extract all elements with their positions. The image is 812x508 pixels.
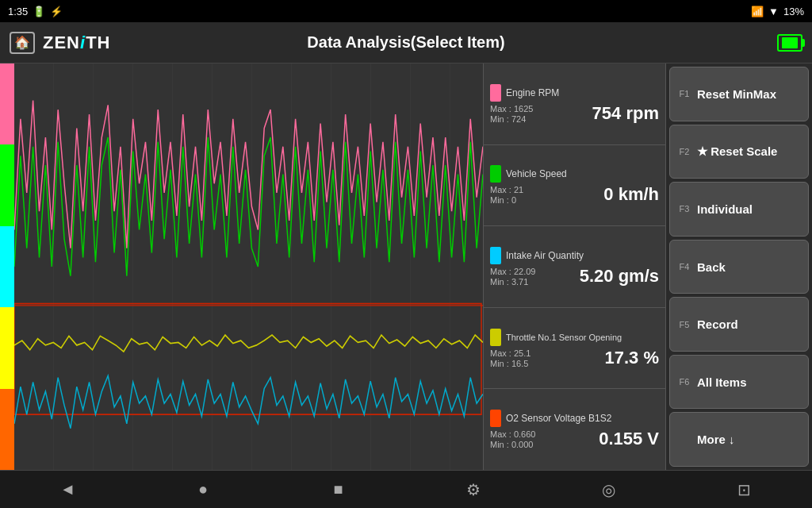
data-item-vehicle-speed: Vehicle Speed Max : 21 Min : 0 0 km/h xyxy=(484,145,665,227)
home-button[interactable]: 🏠 xyxy=(10,32,35,54)
fn-label-f3: F3 xyxy=(676,204,692,214)
data-value-throttle: 17.3 % xyxy=(605,348,660,368)
data-value-speed: 0 km/h xyxy=(603,184,659,205)
fn-text-reset-minmax: Reset MinMax xyxy=(697,87,776,101)
nav-chrome-button[interactable]: ◎ xyxy=(593,474,625,506)
color-dot-rpm xyxy=(490,84,501,102)
nav-camera-button[interactable]: ⊡ xyxy=(729,474,760,506)
usb-icon: ⚡ xyxy=(50,6,63,17)
data-label-intake: Intake Air Quantity xyxy=(506,250,584,261)
data-row-intake: Max : 22.09 Min : 3.71 5.20 gm/s xyxy=(490,266,659,287)
nav-settings-button[interactable]: ⚙ xyxy=(458,474,489,506)
time-display: 1:35 xyxy=(8,6,28,17)
side-bar-orange xyxy=(0,389,14,470)
data-panel: Engine RPM Max : 1625 Min : 724 754 rpm … xyxy=(483,64,665,470)
data-label-rpm: Engine RPM xyxy=(506,87,559,98)
fn-text-reset-scale: Reset Scale xyxy=(697,144,777,159)
data-value-rpm: 754 rpm xyxy=(592,103,659,124)
data-minmax-throttle: Max : 25.1 Min : 16.5 xyxy=(490,348,530,368)
right-panel: F1 Reset MinMax F2 Reset Scale F3 Indivi… xyxy=(665,64,812,470)
nav-square-button[interactable]: ■ xyxy=(323,474,354,506)
fn-text-record: Record xyxy=(697,318,738,331)
fn-text-all-items: All Items xyxy=(697,375,747,389)
color-dot-intake xyxy=(490,247,501,264)
data-label-o2: O2 Sensor Voltage B1S2 xyxy=(506,413,611,424)
data-label-speed: Vehicle Speed xyxy=(506,168,567,179)
color-dot-speed xyxy=(490,165,501,183)
fn-label-f2: F2 xyxy=(676,147,692,156)
side-bar-cyan xyxy=(0,226,14,307)
data-value-intake: 5.20 gm/s xyxy=(580,266,659,287)
chart-area xyxy=(0,64,483,470)
data-minmax-rpm: Max : 1625 Min : 724 xyxy=(490,104,533,124)
data-value-o2: 0.155 V xyxy=(599,429,659,449)
data-label-throttle: Throttle No.1 Sensor Opening xyxy=(506,333,622,342)
svg-rect-0 xyxy=(14,304,481,415)
header-right xyxy=(777,34,802,52)
data-item-throttle: Throttle No.1 Sensor Opening Max : 25.1 … xyxy=(484,308,665,390)
main-content: Engine RPM Max : 1625 Min : 724 754 rpm … xyxy=(0,64,812,470)
data-row-speed: Max : 21 Min : 0 0 km/h xyxy=(490,184,659,205)
data-item-engine-rpm: Engine RPM Max : 1625 Min : 724 754 rpm xyxy=(484,64,665,145)
data-min-intake: Min : 3.71 xyxy=(490,277,535,287)
record-button[interactable]: F5 Record xyxy=(669,297,809,352)
fn-label-f6: F6 xyxy=(676,377,692,387)
data-row-o2: Max : 0.660 Min : 0.000 0.155 V xyxy=(490,429,659,449)
side-bar-yellow xyxy=(0,307,14,388)
data-minmax-o2: Max : 0.660 Min : 0.000 xyxy=(490,429,535,449)
nav-home-button[interactable]: ● xyxy=(187,474,219,506)
data-min-rpm: Min : 724 xyxy=(490,114,533,124)
status-bar: 1:35 🔋 ⚡ 📶 ▼ 13% xyxy=(0,0,812,22)
bottom-nav: ◄ ● ■ ⚙ ◎ ⊡ xyxy=(0,470,812,508)
data-max-throttle: Max : 25.1 xyxy=(490,348,530,358)
fn-label-f4: F4 xyxy=(676,262,692,271)
header: 🏠 ZENiTH Data Analysis(Select Item) xyxy=(0,22,812,64)
status-left: 1:35 🔋 ⚡ xyxy=(8,6,63,17)
battery-icon-text: 🔋 xyxy=(33,6,45,17)
data-item-header-o2: O2 Sensor Voltage B1S2 xyxy=(490,410,659,427)
data-max-intake: Max : 22.09 xyxy=(490,267,535,276)
data-max-o2: Max : 0.660 xyxy=(490,429,535,439)
chart-svg xyxy=(14,64,483,470)
reset-scale-button[interactable]: F2 Reset Scale xyxy=(669,125,809,179)
data-item-header-intake: Intake Air Quantity xyxy=(490,247,659,264)
nav-back-button[interactable]: ◄ xyxy=(52,474,83,506)
data-min-o2: Min : 0.000 xyxy=(490,440,535,449)
signal-icon: 📶 xyxy=(751,6,764,17)
reset-minmax-button[interactable]: F1 Reset MinMax xyxy=(669,67,809,121)
fn-text-more: More ↓ xyxy=(697,433,735,446)
data-max-rpm: Max : 1625 xyxy=(490,104,533,114)
fn-text-back: Back xyxy=(697,260,726,274)
more-button[interactable]: More ↓ xyxy=(669,412,809,467)
data-minmax-speed: Max : 21 Min : 0 xyxy=(490,185,523,205)
logo: ZENiTH xyxy=(43,33,110,53)
page-title: Data Analysis(Select Item) xyxy=(307,33,504,52)
data-item-header-speed: Vehicle Speed xyxy=(490,165,659,183)
data-row-throttle: Max : 25.1 Min : 16.5 17.3 % xyxy=(490,348,659,368)
battery-percent: 13% xyxy=(783,6,804,17)
data-minmax-intake: Max : 22.09 Min : 3.71 xyxy=(490,267,535,287)
data-min-speed: Min : 0 xyxy=(490,195,523,205)
wifi-icon: ▼ xyxy=(768,6,779,17)
individual-button[interactable]: F3 Individual xyxy=(669,182,809,237)
all-items-button[interactable]: F6 All Items xyxy=(669,355,809,410)
data-min-throttle: Min : 16.5 xyxy=(490,359,530,368)
color-dot-o2 xyxy=(490,410,501,427)
side-bar-green xyxy=(0,144,14,225)
back-button[interactable]: F4 Back xyxy=(669,240,809,294)
battery-indicator xyxy=(777,34,802,52)
data-item-intake-air: Intake Air Quantity Max : 22.09 Min : 3.… xyxy=(484,226,665,308)
fn-label-f1: F1 xyxy=(676,89,692,98)
side-bar-pink xyxy=(0,64,14,144)
color-dot-throttle xyxy=(490,329,501,346)
data-item-header-rpm: Engine RPM xyxy=(490,84,659,102)
data-item-header-throttle: Throttle No.1 Sensor Opening xyxy=(490,329,659,346)
fn-text-individual: Individual xyxy=(697,202,753,216)
data-max-speed: Max : 21 xyxy=(490,185,523,194)
header-left: 🏠 ZENiTH xyxy=(10,32,110,54)
side-color-bars xyxy=(0,64,14,470)
status-right: 📶 ▼ 13% xyxy=(751,6,804,17)
data-item-o2-sensor: O2 Sensor Voltage B1S2 Max : 0.660 Min :… xyxy=(484,389,665,470)
data-row-rpm: Max : 1625 Min : 724 754 rpm xyxy=(490,103,659,124)
fn-label-f5: F5 xyxy=(676,320,692,329)
